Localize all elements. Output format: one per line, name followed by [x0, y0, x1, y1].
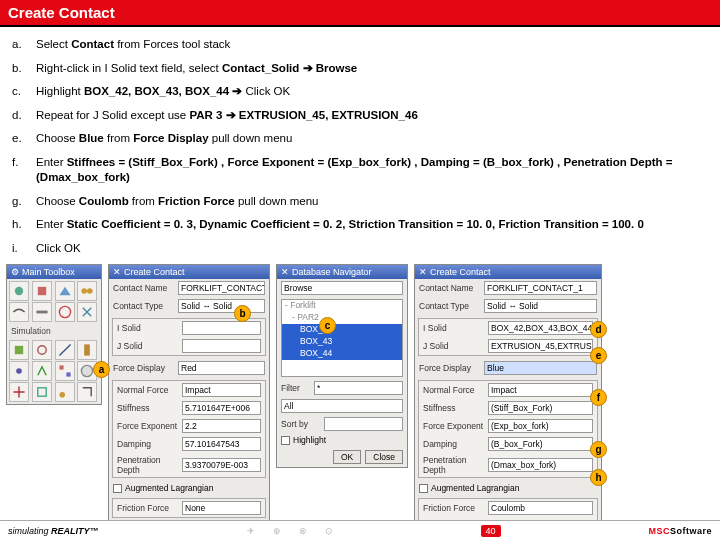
step-letter: i. [12, 241, 26, 257]
stiffness-field[interactable]: 5.7101647E+006 [182, 401, 261, 415]
tool-icon[interactable] [9, 281, 29, 301]
tool-icon[interactable] [55, 281, 75, 301]
list-item[interactable]: BOX_42 [282, 324, 402, 336]
label: Damping [117, 439, 179, 449]
step-text: Choose Blue from Force Display pull down… [36, 131, 292, 147]
svg-rect-8 [84, 345, 90, 356]
j-solid-field[interactable] [182, 339, 261, 353]
normal-force-field[interactable]: Impact [488, 383, 593, 397]
list-item[interactable]: BOX_44 [282, 348, 402, 360]
toolbox-header: ⚙Main Toolbox [7, 265, 101, 279]
force-exponent-field[interactable]: (Exp_box_fork) [488, 419, 593, 433]
step-letter: a. [12, 37, 26, 53]
contact-type-field[interactable]: Solid ↔ Solid [484, 299, 597, 313]
toolbox-title: Main Toolbox [22, 267, 75, 277]
label: Force Exponent [117, 421, 179, 431]
simulation-label: Simulation [7, 324, 101, 338]
tool-icon[interactable] [32, 302, 52, 322]
i-solid-field[interactable] [182, 321, 261, 335]
checkbox[interactable] [419, 484, 428, 493]
tool-icon[interactable] [77, 281, 97, 301]
panel-header: ✕Create Contact [109, 265, 269, 279]
browse-list[interactable]: - Forklift - PAR2 BOX_42 BOX_43 BOX_44 [281, 299, 403, 377]
force-display-field[interactable]: Red [178, 361, 265, 375]
panel-title: Create Contact [430, 267, 491, 277]
tool-icon[interactable] [9, 382, 29, 402]
step-letter: e. [12, 131, 26, 147]
svg-point-3 [87, 288, 93, 294]
step-letter: b. [12, 61, 26, 77]
tool-icon[interactable] [55, 382, 75, 402]
tool-icon[interactable] [9, 302, 29, 322]
step-text: Select Contact from Forces tool stack [36, 37, 230, 53]
j-solid-field[interactable]: EXTRUSION_45,EXTRUSI [488, 339, 593, 353]
force-exponent-field[interactable]: 2.2 [182, 419, 261, 433]
label: Sort by [281, 419, 321, 429]
penetration-field[interactable]: 3.9370079E-003 [182, 458, 261, 472]
main-toolbox-panel: ⚙Main Toolbox Simulation a [6, 264, 102, 405]
label: Force Exponent [423, 421, 485, 431]
step-text: Repeat for J Solid except use PAR 3 ➔ EX… [36, 108, 418, 124]
x-icon: ✕ [113, 267, 121, 277]
label: Damping [423, 439, 485, 449]
tool-icon[interactable] [32, 382, 52, 402]
label: J Solid [423, 341, 485, 351]
marker-d: d [590, 321, 607, 338]
panel-title: Database Navigator [292, 267, 372, 277]
label: Contact Name [113, 283, 175, 293]
damping-field[interactable]: 57.101647543 [182, 437, 261, 451]
create-contact-panel-1: ✕Create Contact Contact NameFORKLIFT_CON… [108, 264, 270, 540]
footer-tagline: simulating REALITY™ [8, 526, 99, 536]
page-number: 40 [481, 525, 501, 537]
panel-header: ✕Database Navigator [277, 265, 407, 279]
checkbox[interactable] [281, 436, 290, 445]
label: Normal Force [117, 385, 179, 395]
contact-name-field[interactable]: FORKLIFT_CONTACT_1 [484, 281, 597, 295]
label: Penetration Depth [423, 455, 485, 475]
sort-field[interactable] [324, 417, 403, 431]
label: Contact Type [113, 301, 175, 311]
tool-icon[interactable] [55, 302, 75, 322]
all-select[interactable]: All [281, 399, 403, 413]
checkbox[interactable] [113, 484, 122, 493]
friction-force-field[interactable]: None [182, 501, 261, 515]
svg-point-14 [59, 392, 65, 398]
penetration-field[interactable]: (Dmax_box_fork) [488, 458, 593, 472]
tool-icon[interactable] [77, 340, 97, 360]
label: Filter [281, 383, 311, 393]
step-letter: h. [12, 217, 26, 233]
svg-point-9 [16, 368, 22, 374]
tool-icon[interactable] [32, 361, 52, 381]
damping-field[interactable]: (B_box_Fork) [488, 437, 593, 451]
page-title: Create Contact [0, 0, 720, 27]
tool-icon[interactable] [77, 382, 97, 402]
i-solid-field[interactable]: BOX_42,BOX_43,BOX_44 [488, 321, 593, 335]
tool-icon[interactable] [9, 340, 29, 360]
list-item[interactable]: BOX_43 [282, 336, 402, 348]
tool-icon[interactable] [9, 361, 29, 381]
marker-e: e [590, 347, 607, 364]
step-text: Right-click in I Solid text field, selec… [36, 61, 357, 77]
contact-type-field[interactable]: Solid ↔ Solid [178, 299, 265, 313]
close-button[interactable]: Close [365, 450, 403, 464]
normal-force-field[interactable]: Impact [182, 383, 261, 397]
tool-icon[interactable] [77, 302, 97, 322]
label: Stiffness [117, 403, 179, 413]
ok-button[interactable]: OK [333, 450, 361, 464]
tool-icon[interactable] [32, 340, 52, 360]
tool-icon[interactable] [55, 340, 75, 360]
label: Normal Force [423, 385, 485, 395]
stiffness-field[interactable]: (Stiff_Box_Fork) [488, 401, 593, 415]
friction-force-field[interactable]: Coulomb [488, 501, 593, 515]
browse-select[interactable]: Browse [281, 281, 403, 295]
label: Stiffness [423, 403, 485, 413]
tool-icon[interactable] [32, 281, 52, 301]
contact-name-field[interactable]: FORKLIFT_CONTACT_1 [178, 281, 265, 295]
step-letter: c. [12, 84, 26, 100]
step-letter: d. [12, 108, 26, 124]
svg-rect-1 [38, 287, 46, 295]
filter-field[interactable]: * [314, 381, 403, 395]
label: Friction Force [423, 503, 485, 513]
force-display-field[interactable]: Blue [484, 361, 597, 375]
tool-icon[interactable] [55, 361, 75, 381]
